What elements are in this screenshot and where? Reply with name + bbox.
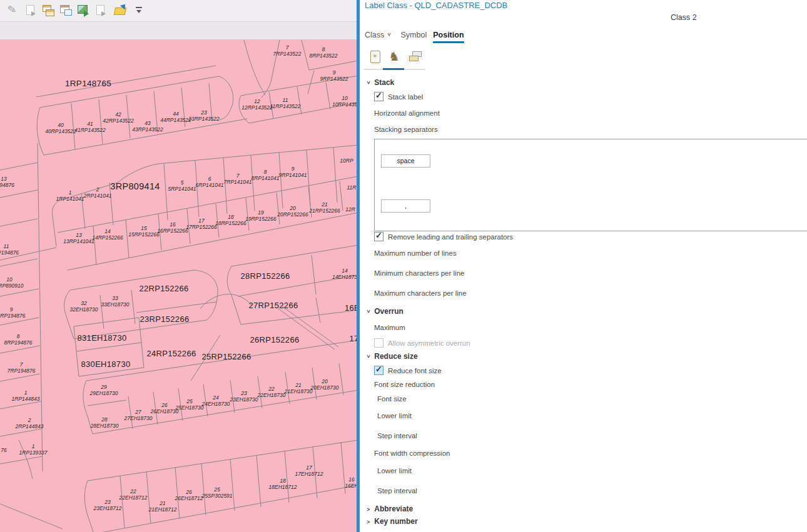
map-frame-margin <box>0 22 357 40</box>
stacking-separators-list[interactable]: space, <box>374 139 807 231</box>
parcel-lot-label: 1414RP152266 <box>92 229 123 241</box>
duplicate-page-icon[interactable] <box>94 4 108 18</box>
table-window-icon[interactable] <box>59 4 73 18</box>
parcel-label: 27RP152266 <box>249 301 298 310</box>
pane-title: Label Class - QLD_CADASTRE_DCDB <box>365 1 507 10</box>
parcel-lot-label: 3333EH18730 <box>101 296 129 308</box>
parcel-lot-label: 1111RP143522 <box>270 98 301 109</box>
checkbox-label: Reduce font size <box>388 367 442 374</box>
label-class-pane: Label Class - QLD_CADASTRE_DCDB Class 2 … <box>360 0 807 532</box>
parcel-lot-label: 12R <box>345 207 355 213</box>
section-abbreviate[interactable]: >Abbreviate <box>367 504 413 513</box>
section-reduce-size[interactable]: >Reduce size <box>367 352 418 361</box>
parcel-lot-label: 2323RP143522 <box>188 110 220 122</box>
option-label-lower-limit: Lower limit <box>377 467 412 474</box>
parcel-label: 830EH18730 <box>81 359 131 369</box>
parcel-lot-label: 2929EH18730 <box>90 384 118 396</box>
parcel-lot-label: 100RP890910 <box>0 277 23 289</box>
toolbar-options-chevron-icon[interactable] <box>133 4 146 18</box>
parcel-lot-label: 4141RP143522 <box>74 121 106 133</box>
parcel-lot-label: 77RP141041 <box>224 173 252 185</box>
attribute-tables-icon[interactable] <box>41 4 55 18</box>
subtab-underline-active <box>383 68 404 70</box>
conflict-resolution-icon[interactable] <box>408 50 423 65</box>
placement-position-icon[interactable] <box>368 50 383 65</box>
parcel-lot-label: 2222EH18712 <box>119 489 148 501</box>
parcel-lot-label: 11RP141041 <box>56 190 84 202</box>
chevron-collapsed-icon: > <box>367 506 370 513</box>
parcel-label: 25RP152266 <box>202 352 251 361</box>
parcel-lot-label: 2323EH18712 <box>94 499 122 511</box>
separator-item[interactable]: space <box>381 154 430 168</box>
section-label: Stack <box>374 78 394 87</box>
parcel-lot-label: 99RP141041 <box>279 166 307 178</box>
section-key-number[interactable]: >Key number <box>367 517 418 526</box>
parcel-lot-label: 11RP194876 <box>0 244 19 256</box>
checkbox-label: Allow asymmetric overrun <box>388 339 470 347</box>
parcel-lot-label: 77RP143522 <box>273 45 302 57</box>
checkbox-row-allow-asymmetric-overrun: Allow asymmetric overrun <box>374 338 470 348</box>
parcel-label: 1RP148765 <box>65 79 111 88</box>
parcel-lot-label: 2525SP302591 <box>201 487 232 499</box>
parcel-lot-label: 88RP194876 <box>4 334 33 346</box>
parcel-lot-label: 55RP141041 <box>168 180 196 192</box>
tab-position[interactable]: Position <box>433 31 464 43</box>
checkbox-remove-leading-and-trailing-separators[interactable] <box>374 232 383 241</box>
parcel-lot-label: 2020RP152266 <box>277 206 308 218</box>
chevron-expanded-icon: > <box>365 309 372 313</box>
checkbox-stack-label[interactable] <box>374 92 383 101</box>
parcel-lot-label: 2626EH18712 <box>175 489 203 501</box>
parcel-label: 28RP152266 <box>241 271 290 281</box>
chevron-expanded-icon: > <box>365 81 372 84</box>
parcel-lot-label: 2121EH18730 <box>285 383 313 394</box>
parcel-lot-label: 2020EH18730 <box>311 379 339 391</box>
position-subtabs <box>360 50 435 66</box>
option-label-font-width-compression: Font width compression <box>374 449 450 457</box>
option-label-maximum: Maximum <box>374 324 405 331</box>
parcel-lot-label: 1919RP152266 <box>245 210 277 222</box>
parcel-label: 26RP152266 <box>250 335 300 344</box>
parcel-lot-label: 88RP141041 <box>251 169 280 181</box>
parcel-lot-label: 1717RP152266 <box>186 218 217 230</box>
tab-symbol[interactable]: Symbol <box>401 31 427 43</box>
map-view[interactable]: 1RP1487653RP80941422RP15226623RP15226628… <box>0 40 357 532</box>
parcel-label: 16E <box>345 303 357 313</box>
parcel-lot-label: 1818RP152266 <box>215 214 246 226</box>
option-label-step-interval: Step interval <box>377 432 417 439</box>
checkbox-row-reduce-font-size: Reduce font size <box>374 366 442 375</box>
edit-annotation-icon[interactable] <box>6 4 20 18</box>
export-map-icon[interactable] <box>76 4 90 18</box>
parcel-lot-label: 4343RP143522 <box>132 121 163 133</box>
parcel-lot-label: 11RP144843 <box>12 390 40 402</box>
checkbox-row-remove-leading-and-trailing-separators: Remove leading and trailing separators <box>374 232 513 241</box>
parcel-lot-label: 11RP139337 <box>19 444 48 456</box>
parcel-lot-label: 1616EH <box>345 477 357 489</box>
section-overrun[interactable]: >Overrun <box>367 307 404 316</box>
parcel-lot-label: 2222EH18730 <box>258 386 286 398</box>
parcel-lot-label: 4040RP143522 <box>45 123 76 134</box>
separator-item[interactable]: , <box>381 199 430 213</box>
tab-class[interactable]: Class <box>365 31 384 43</box>
parcel-lot-label: 77RP194876 <box>8 362 36 374</box>
parcel-label: 23RP152266 <box>140 314 190 324</box>
parcel-lot-label: 1212RP143522 <box>241 99 273 111</box>
copy-page-icon[interactable] <box>24 4 38 18</box>
parcel-lot-label: 2424EH18730 <box>202 395 230 407</box>
main-toolbar <box>0 0 357 22</box>
section-stack[interactable]: >Stack <box>367 78 394 87</box>
chevron-down-icon[interactable]: > <box>386 33 392 36</box>
section-label: Overrun <box>374 307 404 316</box>
open-folder-icon[interactable] <box>113 4 127 18</box>
fitting-strategy-icon[interactable] <box>388 50 403 65</box>
checkbox-reduce-font-size[interactable] <box>374 366 383 375</box>
label-class-name: Class 2 <box>671 13 697 22</box>
parcel-lot-label: 4444RP143522 <box>160 111 191 123</box>
parcel-lot-label: 1616RP152266 <box>157 222 188 234</box>
parcel-lot-label: 11R <box>347 185 357 191</box>
parcel-lot-label: 4242RP143522 <box>103 112 134 124</box>
parcel-label: 3RP809414 <box>110 181 160 191</box>
option-label-maximum-characters-per-line: Maximum characters per line <box>374 289 467 297</box>
chevron-collapsed-icon: > <box>367 519 370 525</box>
parcel-lot-label: 2525EH18730 <box>176 399 204 411</box>
checkbox-allow-asymmetric-overrun <box>374 338 383 348</box>
